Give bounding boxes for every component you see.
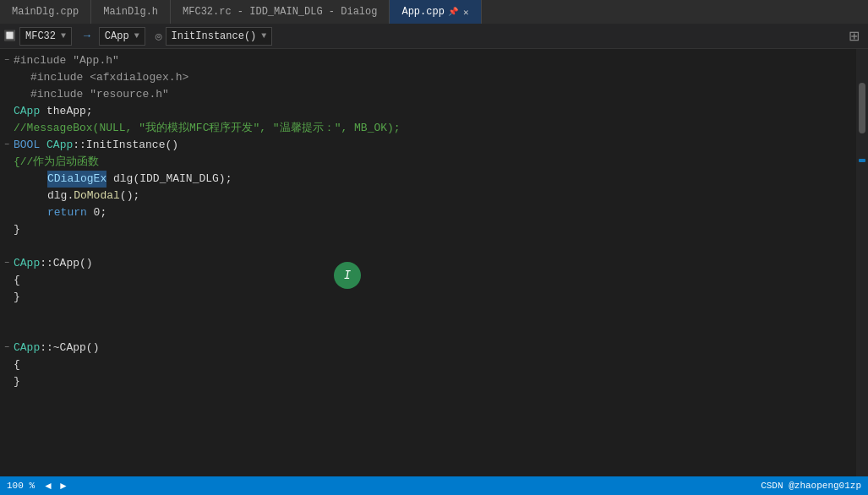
- token: CApp: [14, 340, 40, 356]
- filter-dropdown-label: CApp: [105, 30, 129, 42]
- tab-label: MainDlg.cpp: [12, 6, 79, 18]
- token: {: [14, 356, 20, 373]
- toolbar-icon: 🔲: [3, 30, 16, 42]
- status-left: 100 % ◄ ►: [7, 480, 70, 492]
- method-dropdown-label: InitInstance(): [172, 30, 257, 42]
- filter-dropdown[interactable]: CApp ▼: [99, 27, 145, 46]
- token: #include "resource.h": [30, 86, 169, 103]
- code-line: CApp theApp;: [0, 103, 856, 120]
- method-dropdown-arrow: ▼: [261, 31, 266, 41]
- zoom-level: 100 %: [7, 481, 35, 491]
- tab-label: App.cpp: [401, 6, 444, 18]
- code-line: return 0;: [0, 204, 856, 221]
- token: ();: [120, 188, 139, 204]
- tab-label: MainDlg.h: [103, 6, 158, 18]
- scrollbar-track[interactable]: [856, 49, 868, 476]
- token: }: [14, 221, 20, 238]
- code-line: CDialogEx dlg(IDD_MAIN_DLG);: [0, 171, 856, 188]
- scrollbar-thumb[interactable]: [859, 83, 865, 133]
- code-line: }: [0, 221, 856, 238]
- token: DoModal: [74, 188, 120, 204]
- token: return: [47, 204, 87, 221]
- code-line: #include "resource.h": [0, 86, 856, 103]
- tab-label: MFC32.rc - IDD_MAIN_DLG - Dialog: [183, 6, 377, 18]
- class-dropdown-arrow: ▼: [61, 31, 66, 41]
- class-dropdown[interactable]: MFC32 ▼: [19, 27, 72, 46]
- status-bar: 100 % ◄ ► CSDN @zhaopeng01zp: [0, 476, 868, 495]
- token: 0;: [87, 204, 106, 221]
- code-line: −CApp::CApp(): [0, 255, 856, 272]
- token: BOOL: [14, 137, 40, 154]
- token: theApp;: [40, 103, 92, 120]
- token: dlg.: [47, 188, 74, 204]
- toolbar-arrow-icon: →: [84, 30, 90, 42]
- token: CDialogEx: [47, 171, 106, 188]
- token: CApp: [14, 103, 40, 120]
- code-line: −BOOL CApp::InitInstance(): [0, 137, 856, 154]
- token: #include <afxdialogex.h>: [30, 69, 188, 86]
- code-line: #include <afxdialogex.h>: [0, 69, 856, 86]
- code-line: [0, 238, 856, 255]
- tab-close-icon[interactable]: ✕: [463, 7, 469, 18]
- token: ::~CApp(): [40, 340, 99, 356]
- code-line: [0, 306, 856, 323]
- token: [40, 137, 46, 154]
- code-line: −#include "App.h": [0, 52, 856, 69]
- tab-pin-icon: 📌: [448, 7, 458, 17]
- token: ::CApp(): [40, 255, 92, 272]
- method-dropdown[interactable]: InitInstance() ▼: [166, 27, 273, 46]
- code-line: }: [0, 289, 856, 306]
- token: {//作为启动函数: [14, 154, 99, 171]
- tab-maindlg-h[interactable]: MainDlg.h: [91, 0, 171, 24]
- token: {: [14, 272, 20, 289]
- tab-mfc32-rc[interactable]: MFC32.rc - IDD_MAIN_DLG - Dialog: [171, 0, 390, 24]
- code-area[interactable]: −#include "App.h"#include <afxdialogex.h…: [0, 49, 856, 476]
- class-dropdown-label: MFC32: [25, 30, 56, 42]
- fold-icon[interactable]: −: [0, 52, 14, 69]
- token: ::InitInstance(): [73, 137, 178, 154]
- watermark: CSDN @zhaopeng01zp: [761, 481, 861, 491]
- fold-icon[interactable]: −: [0, 255, 14, 272]
- code-line: }: [0, 373, 856, 390]
- fold-icon[interactable]: −: [0, 137, 14, 154]
- token: dlg(IDD_MAIN_DLG);: [106, 171, 232, 188]
- token: CApp: [14, 255, 40, 272]
- code-line: [0, 323, 856, 340]
- code-line: {//作为启动函数: [0, 154, 856, 171]
- filter-dropdown-arrow: ▼: [134, 31, 139, 41]
- scroll-left-button[interactable]: ◄: [41, 480, 55, 492]
- token: //MessageBox(NULL, "我的模拟MFC程序开发", "温馨提示：…: [14, 120, 401, 137]
- watermark-text: CSDN @zhaopeng01zp: [761, 481, 861, 491]
- code-line: {: [0, 272, 856, 289]
- fold-icon[interactable]: −: [0, 340, 14, 356]
- token: }: [14, 289, 20, 306]
- scrollbar-marker: [859, 159, 865, 162]
- tab-bar: MainDlg.cpp MainDlg.h MFC32.rc - IDD_MAI…: [0, 0, 868, 24]
- code-line: {: [0, 356, 856, 373]
- code-line: −CApp::~CApp(): [0, 340, 856, 356]
- toolbar: 🔲 MFC32 ▼ → CApp ▼ ◎ InitInstance() ▼ ⊞: [0, 24, 868, 49]
- method-icon: ◎: [156, 30, 162, 43]
- editor-container: −#include "App.h"#include <afxdialogex.h…: [0, 49, 868, 476]
- token: }: [14, 373, 20, 390]
- code-line: //MessageBox(NULL, "我的模拟MFC程序开发", "温馨提示：…: [0, 120, 856, 137]
- tab-maindlg-cpp[interactable]: MainDlg.cpp: [0, 0, 91, 24]
- tab-app-cpp[interactable]: App.cpp 📌 ✕: [390, 0, 481, 24]
- token: #include "App.h": [14, 52, 119, 69]
- status-nav: ◄ ►: [41, 480, 70, 492]
- token: CApp: [46, 137, 73, 154]
- scroll-right-button[interactable]: ►: [57, 480, 70, 492]
- code-line: dlg.DoModal();: [0, 188, 856, 204]
- split-icon: ⊞: [849, 29, 860, 43]
- split-button[interactable]: ⊞: [843, 26, 865, 46]
